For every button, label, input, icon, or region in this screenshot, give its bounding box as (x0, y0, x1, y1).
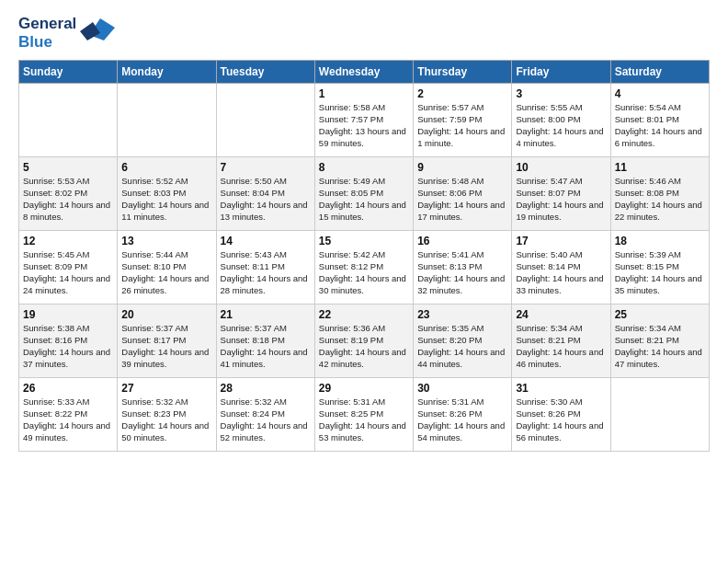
calendar-cell: 19Sunrise: 5:38 AMSunset: 8:16 PMDayligh… (19, 304, 118, 378)
calendar-cell: 16Sunrise: 5:41 AMSunset: 8:13 PMDayligh… (414, 231, 512, 304)
calendar-cell: 2Sunrise: 5:57 AMSunset: 7:59 PMDaylight… (414, 84, 512, 157)
calendar-cell: 4Sunrise: 5:54 AMSunset: 8:01 PMDaylight… (610, 84, 709, 157)
day-number: 18 (615, 235, 705, 247)
calendar-cell: 10Sunrise: 5:47 AMSunset: 8:07 PMDayligh… (512, 157, 610, 231)
day-detail: Sunrise: 5:31 AMSunset: 8:26 PMDaylight:… (417, 396, 507, 443)
weekday-header-monday: Monday (118, 61, 216, 84)
logo: General Blue (18, 15, 115, 51)
day-number: 5 (23, 161, 113, 174)
day-number: 28 (221, 382, 311, 395)
calendar-cell: 17Sunrise: 5:40 AMSunset: 8:14 PMDayligh… (512, 231, 610, 304)
weekday-header-wednesday: Wednesday (314, 61, 413, 84)
day-number: 20 (121, 308, 211, 321)
day-detail: Sunrise: 5:46 AMSunset: 8:08 PMDaylight:… (615, 176, 705, 223)
calendar-cell: 21Sunrise: 5:37 AMSunset: 8:18 PMDayligh… (216, 304, 314, 378)
calendar-cell: 1Sunrise: 5:58 AMSunset: 7:57 PMDaylight… (314, 84, 413, 157)
day-number: 6 (121, 161, 211, 174)
day-detail: Sunrise: 5:34 AMSunset: 8:21 PMDaylight:… (615, 323, 705, 370)
day-detail: Sunrise: 5:55 AMSunset: 8:00 PMDaylight:… (516, 102, 606, 149)
day-number: 7 (221, 161, 311, 174)
weekday-header-sunday: Sunday (19, 61, 118, 84)
day-detail: Sunrise: 5:34 AMSunset: 8:21 PMDaylight:… (516, 323, 606, 370)
day-detail: Sunrise: 5:41 AMSunset: 8:13 PMDaylight:… (417, 249, 507, 296)
day-number: 31 (516, 382, 606, 395)
calendar-cell: 25Sunrise: 5:34 AMSunset: 8:21 PMDayligh… (610, 304, 709, 378)
day-detail: Sunrise: 5:43 AMSunset: 8:11 PMDaylight:… (221, 249, 311, 296)
weekday-header-friday: Friday (512, 61, 610, 84)
day-number: 27 (121, 382, 211, 395)
calendar-cell (610, 378, 709, 452)
calendar-cell: 27Sunrise: 5:32 AMSunset: 8:23 PMDayligh… (118, 378, 216, 452)
calendar-cell: 12Sunrise: 5:45 AMSunset: 8:09 PMDayligh… (19, 231, 118, 304)
header: General Blue (18, 15, 710, 51)
calendar-cell: 29Sunrise: 5:31 AMSunset: 8:25 PMDayligh… (314, 378, 413, 452)
day-number: 1 (319, 87, 409, 100)
calendar-week-row: 5Sunrise: 5:53 AMSunset: 8:02 PMDaylight… (19, 157, 710, 231)
day-number: 11 (615, 161, 705, 174)
day-number: 30 (417, 382, 507, 395)
calendar-week-row: 26Sunrise: 5:33 AMSunset: 8:22 PMDayligh… (19, 378, 710, 452)
weekday-header-tuesday: Tuesday (216, 61, 314, 84)
day-number: 13 (121, 235, 211, 247)
calendar-cell: 24Sunrise: 5:34 AMSunset: 8:21 PMDayligh… (512, 304, 610, 378)
day-detail: Sunrise: 5:58 AMSunset: 7:57 PMDaylight:… (319, 102, 409, 149)
day-number: 21 (221, 308, 311, 321)
calendar-cell: 3Sunrise: 5:55 AMSunset: 8:00 PMDaylight… (512, 84, 610, 157)
calendar-cell: 9Sunrise: 5:48 AMSunset: 8:06 PMDaylight… (414, 157, 512, 231)
day-detail: Sunrise: 5:52 AMSunset: 8:03 PMDaylight:… (121, 176, 211, 223)
calendar-cell: 30Sunrise: 5:31 AMSunset: 8:26 PMDayligh… (414, 378, 512, 452)
weekday-header-row: SundayMondayTuesdayWednesdayThursdayFrid… (19, 61, 710, 84)
calendar-cell: 7Sunrise: 5:50 AMSunset: 8:04 PMDaylight… (216, 157, 314, 231)
day-number: 17 (516, 235, 606, 247)
logo-icon (80, 15, 115, 44)
calendar-cell: 18Sunrise: 5:39 AMSunset: 8:15 PMDayligh… (610, 231, 709, 304)
calendar-cell: 5Sunrise: 5:53 AMSunset: 8:02 PMDaylight… (19, 157, 118, 231)
day-number: 23 (417, 308, 507, 321)
day-detail: Sunrise: 5:39 AMSunset: 8:15 PMDaylight:… (615, 249, 705, 296)
day-number: 9 (417, 161, 507, 174)
calendar-week-row: 1Sunrise: 5:58 AMSunset: 7:57 PMDaylight… (19, 84, 710, 157)
day-detail: Sunrise: 5:37 AMSunset: 8:18 PMDaylight:… (221, 323, 311, 370)
weekday-header-saturday: Saturday (610, 61, 709, 84)
day-detail: Sunrise: 5:49 AMSunset: 8:05 PMDaylight:… (319, 176, 409, 223)
calendar-cell: 6Sunrise: 5:52 AMSunset: 8:03 PMDaylight… (118, 157, 216, 231)
day-number: 19 (23, 308, 113, 321)
day-number: 25 (615, 308, 705, 321)
day-detail: Sunrise: 5:48 AMSunset: 8:06 PMDaylight:… (417, 176, 507, 223)
day-detail: Sunrise: 5:30 AMSunset: 8:26 PMDaylight:… (516, 396, 606, 443)
calendar-cell: 28Sunrise: 5:32 AMSunset: 8:24 PMDayligh… (216, 378, 314, 452)
page: General Blue SundayMondayTuesdayWednesda… (0, 0, 728, 563)
day-number: 8 (319, 161, 409, 174)
day-number: 2 (417, 87, 507, 100)
day-number: 24 (516, 308, 606, 321)
calendar-cell: 20Sunrise: 5:37 AMSunset: 8:17 PMDayligh… (118, 304, 216, 378)
day-detail: Sunrise: 5:42 AMSunset: 8:12 PMDaylight:… (319, 249, 409, 296)
day-detail: Sunrise: 5:35 AMSunset: 8:20 PMDaylight:… (417, 323, 507, 370)
day-detail: Sunrise: 5:32 AMSunset: 8:23 PMDaylight:… (121, 396, 211, 443)
day-number: 14 (221, 235, 311, 247)
logo-text: General Blue (18, 15, 76, 51)
day-number: 12 (23, 235, 113, 247)
day-detail: Sunrise: 5:57 AMSunset: 7:59 PMDaylight:… (417, 102, 507, 149)
day-detail: Sunrise: 5:36 AMSunset: 8:19 PMDaylight:… (319, 323, 409, 370)
day-number: 29 (319, 382, 409, 395)
day-number: 22 (319, 308, 409, 321)
calendar-cell (19, 84, 118, 157)
calendar-cell: 11Sunrise: 5:46 AMSunset: 8:08 PMDayligh… (610, 157, 709, 231)
day-detail: Sunrise: 5:40 AMSunset: 8:14 PMDaylight:… (516, 249, 606, 296)
calendar-cell: 8Sunrise: 5:49 AMSunset: 8:05 PMDaylight… (314, 157, 413, 231)
day-number: 15 (319, 235, 409, 247)
calendar-cell: 23Sunrise: 5:35 AMSunset: 8:20 PMDayligh… (414, 304, 512, 378)
day-detail: Sunrise: 5:37 AMSunset: 8:17 PMDaylight:… (121, 323, 211, 370)
calendar-week-row: 19Sunrise: 5:38 AMSunset: 8:16 PMDayligh… (19, 304, 710, 378)
day-detail: Sunrise: 5:38 AMSunset: 8:16 PMDaylight:… (23, 323, 113, 370)
day-detail: Sunrise: 5:50 AMSunset: 8:04 PMDaylight:… (221, 176, 311, 223)
calendar-cell (216, 84, 314, 157)
calendar-week-row: 12Sunrise: 5:45 AMSunset: 8:09 PMDayligh… (19, 231, 710, 304)
weekday-header-thursday: Thursday (414, 61, 512, 84)
day-detail: Sunrise: 5:45 AMSunset: 8:09 PMDaylight:… (23, 249, 113, 296)
day-detail: Sunrise: 5:47 AMSunset: 8:07 PMDaylight:… (516, 176, 606, 223)
calendar-cell: 22Sunrise: 5:36 AMSunset: 8:19 PMDayligh… (314, 304, 413, 378)
calendar-cell: 15Sunrise: 5:42 AMSunset: 8:12 PMDayligh… (314, 231, 413, 304)
calendar-cell: 13Sunrise: 5:44 AMSunset: 8:10 PMDayligh… (118, 231, 216, 304)
